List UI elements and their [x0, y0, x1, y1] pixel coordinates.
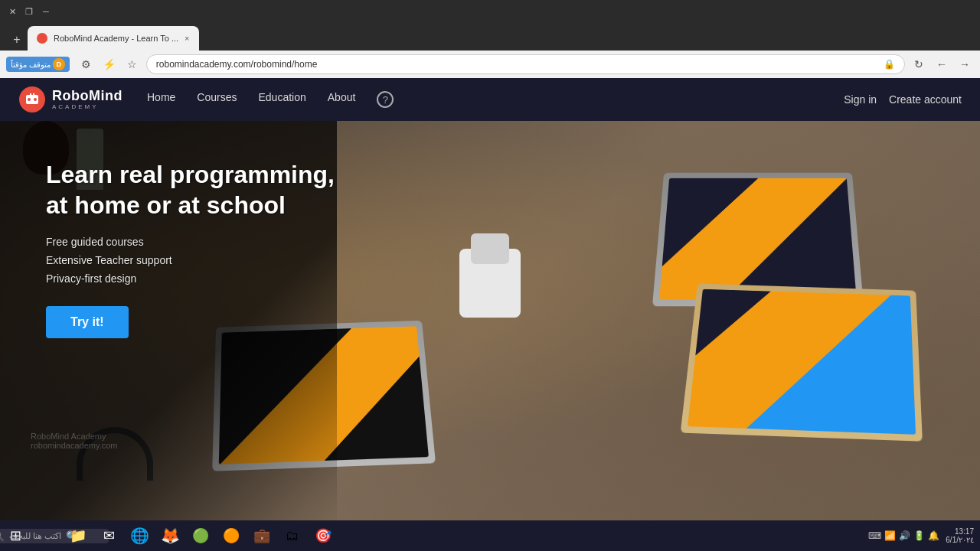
- svg-point-3: [34, 98, 37, 101]
- hero-feature-2: Extensive Teacher support: [46, 254, 335, 266]
- taskbar-search-text: اكتب هنا للبحث: [9, 531, 61, 541]
- network-icon[interactable]: 📶: [884, 530, 896, 541]
- taskbar-app4[interactable]: 💼: [248, 522, 276, 549]
- taskbar: ⊞ 🔍 اكتب هنا للبحث 🔍 📁 ✉ 🌐 🦊 🟢 🟠 💼 🗂 🎯 ⌨…: [0, 520, 980, 551]
- logo-area[interactable]: RoboMind ACADEMY: [18, 86, 122, 113]
- address-input[interactable]: robomindacademy.com/robomind/home 🔒: [146, 54, 905, 74]
- notification-icon[interactable]: 🔔: [928, 530, 939, 541]
- website-content: RoboMind ACADEMY Home Courses Education …: [0, 78, 980, 551]
- tab-title-text: RoboMind Academy - Learn To ...: [54, 34, 178, 43]
- tab-favicon-icon: [37, 33, 47, 44]
- lock-icon: 🔒: [884, 59, 895, 70]
- address-text: robomindacademy.com/robomind/home: [156, 59, 879, 70]
- minimize-window-button[interactable]: ─: [40, 5, 52, 18]
- nav-courses-link[interactable]: Courses: [197, 91, 237, 108]
- new-tab-button[interactable]: +: [6, 29, 28, 51]
- hero-feature-1: Free guided courses: [46, 236, 335, 248]
- title-bar: ✕ ❐ ─: [0, 0, 980, 23]
- svg-rect-4: [30, 93, 31, 96]
- taskbar-app1[interactable]: 🦊: [156, 522, 184, 549]
- nav-education-link[interactable]: Education: [258, 91, 305, 108]
- pause-label: متوقف مؤقتاً: [11, 60, 51, 69]
- robot-device: [459, 249, 521, 318]
- create-account-link[interactable]: Create account: [889, 93, 962, 106]
- search-icon: 🔍: [0, 530, 5, 542]
- hero-features-list: Free guided courses Extensive Teacher su…: [46, 236, 335, 285]
- taskbar-app3[interactable]: 🟠: [217, 522, 245, 549]
- hero-section: Learn real programming,at home or at sch…: [0, 121, 980, 527]
- volume-icon[interactable]: 🔊: [899, 530, 910, 541]
- back-button[interactable]: ←: [933, 55, 951, 73]
- extension-area: متوقف مؤقتاً D: [6, 57, 70, 72]
- nav-links: Home Courses Education About ?: [147, 91, 844, 108]
- taskbar-chrome[interactable]: 🌐: [126, 522, 153, 549]
- settings-button[interactable]: ⚙: [77, 55, 96, 73]
- taskbar-app5[interactable]: 🗂: [279, 522, 306, 549]
- window-controls: ✕ ❐ ─: [6, 5, 52, 18]
- logo-sub-text: ACADEMY: [52, 104, 122, 111]
- address-bar: متوقف مؤقتاً D ⚙ ⚡ ☆ robomindacademy.com…: [0, 51, 980, 78]
- watermark: RoboMind Academy robomindacademy.com: [31, 432, 118, 450]
- nav-right-actions: Sign in Create account: [844, 93, 962, 106]
- site-nav: RoboMind ACADEMY Home Courses Education …: [0, 78, 980, 121]
- user-avatar-icon: D: [53, 58, 65, 70]
- pause-extension-button[interactable]: متوقف مؤقتاً D: [6, 57, 70, 72]
- hero-content: Learn real programming,at home or at sch…: [46, 159, 335, 338]
- svg-point-2: [28, 98, 31, 101]
- system-icons: ⌨ 📶 🔊 🔋 🔔: [868, 530, 939, 541]
- taskbar-app6[interactable]: 🎯: [309, 522, 337, 549]
- taskbar-clock: 13:17 6/1/٢٠٢٤: [946, 527, 974, 544]
- nav-about-link[interactable]: About: [328, 91, 356, 108]
- taskbar-app2[interactable]: 🟢: [187, 522, 214, 549]
- watermark-line2: robomindacademy.com: [31, 441, 118, 450]
- tab-bar: + RoboMind Academy - Learn To ... ×: [0, 23, 980, 51]
- browser-window: ✕ ❐ ─ + RoboMind Academy - Learn To ... …: [0, 0, 980, 551]
- hero-feature-3: Privacy-first design: [46, 272, 335, 285]
- tab-close-button[interactable]: ×: [185, 34, 189, 43]
- taskbar-search-box[interactable]: 🔍 اكتب هنا للبحث 🔍: [0, 529, 109, 543]
- logo-text: RoboMind ACADEMY: [52, 89, 122, 111]
- keyboard-icon[interactable]: ⌨: [868, 530, 881, 541]
- logo-main-text: RoboMind: [52, 89, 122, 104]
- maximize-window-button[interactable]: ❐: [23, 5, 35, 18]
- taskbar-file-explorer[interactable]: 📁: [64, 522, 92, 549]
- laptop-bottom-right: [681, 283, 923, 441]
- nav-home-link[interactable]: Home: [147, 91, 175, 108]
- taskbar-search-button[interactable]: 🔍 اكتب هنا للبحث 🔍: [34, 522, 61, 549]
- try-it-button[interactable]: Try it!: [46, 306, 129, 338]
- watermark-line1: RoboMind Academy: [31, 432, 118, 441]
- help-button[interactable]: ?: [377, 91, 394, 108]
- active-tab[interactable]: RoboMind Academy - Learn To ... ×: [28, 26, 199, 51]
- taskbar-right: ⌨ 📶 🔊 🔋 🔔 13:17 6/1/٢٠٢٤: [862, 527, 980, 544]
- battery-icon: 🔋: [913, 530, 925, 541]
- hero-title: Learn real programming,at home or at sch…: [46, 159, 335, 220]
- taskbar-time-display: 13:17: [946, 527, 974, 536]
- address-action-icons: 🔒: [884, 59, 895, 70]
- forward-button[interactable]: →: [956, 55, 974, 73]
- taskbar-icons: 🔍 اكتب هنا للبحث 🔍 📁 ✉ 🌐 🦊 🟢 🟠 💼 🗂 🎯: [31, 522, 862, 549]
- reload-button[interactable]: ↻: [910, 55, 928, 73]
- extensions-button[interactable]: ⚡: [100, 55, 119, 73]
- bookmark-button[interactable]: ☆: [123, 55, 142, 73]
- svg-rect-5: [33, 93, 34, 96]
- close-window-button[interactable]: ✕: [6, 5, 18, 18]
- taskbar-date-display: 6/1/٢٠٢٤: [946, 536, 974, 544]
- taskbar-mail[interactable]: ✉: [95, 522, 122, 549]
- signin-link[interactable]: Sign in: [844, 93, 877, 106]
- robomind-logo-icon: [18, 86, 46, 113]
